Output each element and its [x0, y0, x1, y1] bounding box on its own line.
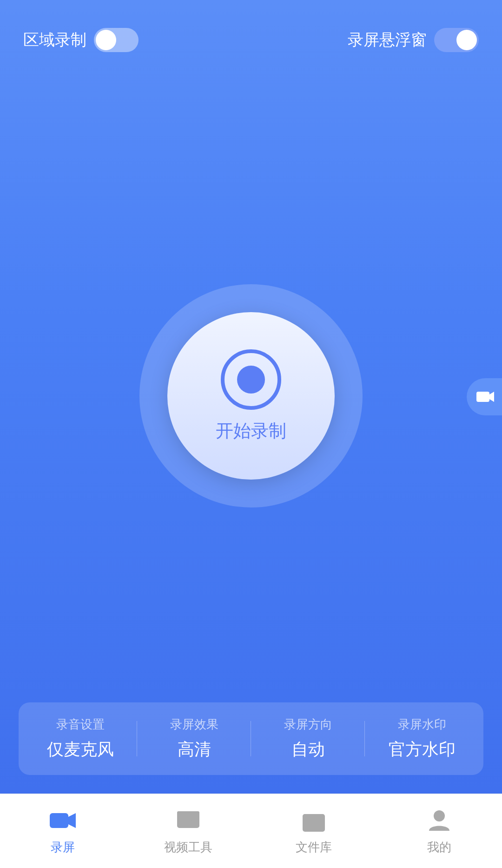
- svg-point-13: [434, 810, 445, 821]
- area-record-toggle-item: 区域录制: [23, 28, 139, 52]
- area-record-label: 区域录制: [23, 29, 86, 51]
- nav-record-label: 录屏: [51, 839, 75, 855]
- svg-marker-3: [68, 813, 76, 828]
- setting-quality-label-top: 录屏效果: [170, 716, 218, 733]
- setting-quality[interactable]: 录屏效果 高清: [137, 716, 251, 761]
- bottom-nav: 录屏 视频工具 文件库: [0, 794, 502, 868]
- area-record-knob: [96, 30, 116, 50]
- nav-record-icon: [49, 807, 77, 835]
- float-window-toggle[interactable]: [434, 28, 479, 52]
- floating-camera-button[interactable]: [467, 378, 502, 415]
- nav-files-label: 文件库: [296, 839, 332, 855]
- nav-mine-label: 我的: [427, 839, 451, 855]
- top-bar: 区域录制 录屏悬浮窗: [19, 28, 483, 52]
- nav-record[interactable]: 录屏: [0, 807, 126, 855]
- setting-audio-label-bottom: 仅麦克风: [47, 738, 114, 761]
- float-window-knob: [456, 30, 477, 50]
- area-record-toggle[interactable]: [94, 28, 139, 52]
- nav-video-tools[interactable]: 视频工具: [126, 807, 251, 855]
- record-icon: [221, 349, 281, 410]
- setting-orientation[interactable]: 录屏方向 自动: [251, 716, 365, 761]
- setting-watermark[interactable]: 录屏水印 官方水印: [365, 716, 479, 761]
- record-button[interactable]: 开始录制: [167, 312, 335, 480]
- float-window-label: 录屏悬浮窗: [348, 29, 427, 51]
- nav-video-tools-label: 视频工具: [164, 839, 212, 855]
- camera-icon: [476, 387, 495, 407]
- nav-files[interactable]: 文件库: [251, 807, 376, 855]
- setting-audio[interactable]: 录音设置 仅麦克风: [23, 716, 137, 761]
- float-window-toggle-item: 录屏悬浮窗: [348, 28, 479, 52]
- nav-mine[interactable]: 我的: [376, 807, 502, 855]
- svg-point-5: [55, 819, 58, 822]
- svg-rect-0: [476, 392, 489, 402]
- svg-rect-12: [306, 825, 316, 827]
- setting-audio-label-top: 录音设置: [56, 716, 105, 733]
- record-text: 开始录制: [216, 419, 286, 443]
- record-outer-ring: 开始录制: [139, 284, 363, 507]
- nav-mine-icon: [425, 807, 453, 835]
- setting-watermark-label-bottom: 官方水印: [389, 738, 456, 761]
- setting-orientation-label-top: 录屏方向: [284, 716, 332, 733]
- record-area: 开始录制: [139, 89, 363, 702]
- setting-quality-label-bottom: 高清: [178, 738, 211, 761]
- settings-bar: 录音设置 仅麦克风 录屏效果 高清 录屏方向 自动 录屏水印 官方水印: [19, 702, 483, 775]
- setting-orientation-label-bottom: 自动: [291, 738, 325, 761]
- svg-marker-1: [489, 392, 494, 402]
- nav-video-tools-icon: [174, 807, 202, 835]
- svg-rect-11: [306, 821, 321, 823]
- nav-files-icon: [300, 807, 328, 835]
- record-icon-inner: [237, 366, 265, 394]
- setting-watermark-label-top: 录屏水印: [398, 716, 446, 733]
- svg-rect-7: [177, 811, 199, 816]
- main-content: 区域录制 录屏悬浮窗 开始录制: [0, 0, 502, 794]
